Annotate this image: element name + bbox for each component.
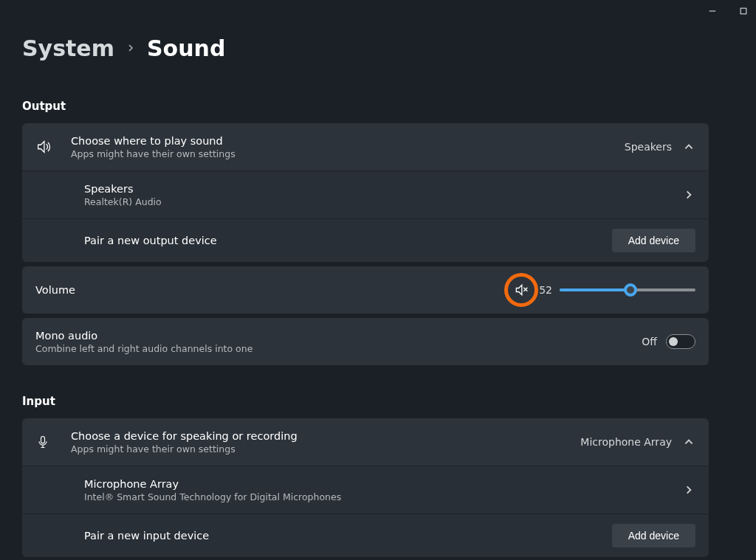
add-output-device-button[interactable]: Add device: [612, 229, 695, 252]
breadcrumb: System Sound: [22, 35, 225, 61]
window-controls: [707, 6, 749, 16]
chevron-right-icon: [682, 483, 695, 497]
section-title-input: Input: [22, 395, 709, 408]
chevron-right-icon: [126, 41, 135, 55]
breadcrumb-parent[interactable]: System: [22, 35, 114, 61]
output-volume-value: 52: [539, 284, 552, 296]
output-group: Choose where to play sound Apps might ha…: [22, 123, 709, 262]
current-input-label: Microphone Array: [580, 436, 672, 448]
choose-input-title: Choose a device for speaking or recordin…: [71, 430, 580, 442]
page-title: Sound: [147, 35, 225, 61]
mono-state-label: Off: [642, 336, 657, 348]
chevron-up-icon: [682, 435, 695, 449]
mono-audio-group: Mono audio Combine left and right audio …: [22, 318, 709, 365]
pair-input-label: Pair a new input device: [84, 530, 612, 542]
mono-sub: Combine left and right audio channels in…: [35, 343, 642, 354]
pair-output-label: Pair a new output device: [84, 235, 612, 246]
pair-output-row: Pair a new output device Add device: [22, 219, 709, 262]
add-input-device-button[interactable]: Add device: [612, 524, 695, 547]
speaker-icon: [35, 139, 71, 155]
maximize-button[interactable]: [738, 6, 749, 16]
input-device-name: Microphone Array: [84, 478, 682, 490]
mono-title: Mono audio: [35, 330, 642, 342]
output-volume-row: Volume 52: [22, 266, 709, 314]
pair-input-row: Pair a new input device Add device: [22, 514, 709, 557]
chevron-right-icon: [682, 188, 695, 201]
mono-toggle[interactable]: [666, 334, 695, 349]
output-volume-slider[interactable]: [560, 283, 695, 297]
svg-rect-6: [41, 437, 45, 443]
output-device-driver: Realtek(R) Audio: [84, 196, 682, 207]
chevron-up-icon: [682, 140, 695, 153]
svg-rect-1: [740, 8, 746, 14]
minimize-button[interactable]: [707, 6, 718, 16]
svg-marker-3: [517, 285, 523, 294]
choose-output-title: Choose where to play sound: [71, 135, 625, 147]
mono-audio-row: Mono audio Combine left and right audio …: [22, 318, 709, 365]
choose-output-sub: Apps might have their own settings: [71, 148, 625, 159]
choose-output-row[interactable]: Choose where to play sound Apps might ha…: [22, 123, 709, 171]
input-group: Choose a device for speaking or recordin…: [22, 418, 709, 557]
output-volume-group: Volume 52: [22, 266, 709, 314]
microphone-icon: [35, 435, 71, 449]
output-device-row[interactable]: Speakers Realtek(R) Audio: [22, 171, 709, 219]
section-title-output: Output: [22, 100, 709, 113]
svg-marker-2: [38, 142, 44, 153]
choose-input-sub: Apps might have their own settings: [71, 443, 580, 454]
output-device-name: Speakers: [84, 183, 682, 195]
input-device-driver: Intel® Smart Sound Technology for Digita…: [84, 491, 682, 502]
choose-input-row[interactable]: Choose a device for speaking or recordin…: [22, 418, 709, 466]
current-output-label: Speakers: [625, 141, 672, 153]
mute-button[interactable]: [511, 280, 532, 300]
input-device-row[interactable]: Microphone Array Intel® Smart Sound Tech…: [22, 466, 709, 514]
output-volume-label: Volume: [35, 284, 511, 296]
